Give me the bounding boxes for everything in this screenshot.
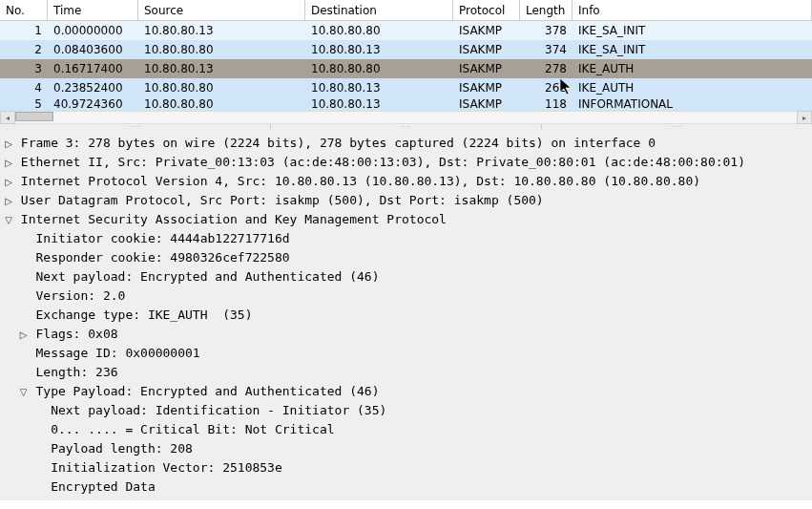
cell-dest: 10.80.80.80 bbox=[305, 60, 453, 77]
detail-text: 0... .... = Critical Bit: Not Critical bbox=[43, 422, 334, 436]
detail-text: Ethernet II, Src: Private_00:13:03 (ac:d… bbox=[13, 155, 745, 169]
cell-no: 1 bbox=[0, 22, 48, 39]
packet-details-pane: ▷ Frame 3: 278 bytes on wire (2224 bits)… bbox=[0, 130, 812, 500]
detail-udp[interactable]: ▷ User Datagram Protocol, Src Port: isak… bbox=[0, 191, 812, 210]
twisty-none bbox=[19, 364, 29, 382]
col-header-no[interactable]: No. bbox=[0, 0, 48, 20]
detail-text: Responder cookie: 4980326cef722580 bbox=[29, 250, 290, 265]
cell-no: 2 bbox=[0, 41, 48, 58]
detail-text: User Datagram Protocol, Src Port: isakmp… bbox=[13, 193, 544, 207]
cell-proto: ISAKMP bbox=[453, 41, 520, 58]
detail-critical-bit: 0... .... = Critical Bit: Not Critical bbox=[0, 420, 812, 439]
packet-list-pane: No. Time Source Destination Protocol Len… bbox=[0, 0, 812, 111]
twisty-none bbox=[33, 440, 43, 458]
detail-flags[interactable]: ▷ Flags: 0x08 bbox=[0, 325, 812, 344]
cell-time: 40.9724360 bbox=[48, 95, 138, 113]
cell-source: 10.80.80.80 bbox=[138, 41, 305, 58]
twisty-none bbox=[19, 345, 29, 363]
detail-text: Internet Protocol Version 4, Src: 10.80.… bbox=[13, 174, 700, 188]
col-header-source[interactable]: Source bbox=[138, 0, 305, 20]
cell-info: IKE_AUTH bbox=[573, 79, 812, 96]
twisty-none bbox=[19, 268, 29, 286]
detail-message-id: Message ID: 0x00000001 bbox=[0, 344, 812, 363]
cell-proto: ISAKMP bbox=[453, 60, 520, 77]
detail-encrypted-data: Encrypted Data bbox=[0, 477, 812, 497]
detail-exchange-type: Exchange type: IKE_AUTH (35) bbox=[0, 306, 812, 325]
packet-list-rows: 10.0000000010.80.80.1310.80.80.80ISAKMP3… bbox=[0, 21, 812, 111]
cell-dest: 10.80.80.13 bbox=[305, 41, 453, 58]
cell-info: IKE_SA_INIT bbox=[573, 41, 812, 58]
packet-row[interactable]: 540.972436010.80.80.8010.80.80.13ISAKMP1… bbox=[0, 97, 812, 111]
twisty-expanded-icon[interactable]: ▽ bbox=[19, 383, 29, 401]
detail-ipv4[interactable]: ▷ Internet Protocol Version 4, Src: 10.8… bbox=[0, 172, 812, 191]
cell-info: INFORMATIONAL bbox=[573, 95, 812, 113]
cell-proto: ISAKMP bbox=[453, 95, 520, 113]
cell-dest: 10.80.80.13 bbox=[305, 95, 453, 113]
packet-row[interactable]: 30.1671740010.80.80.1310.80.80.80ISAKMP2… bbox=[0, 59, 812, 78]
detail-text: Exchange type: IKE_AUTH (35) bbox=[29, 308, 253, 322]
scroll-left-button[interactable]: ◂ bbox=[0, 111, 15, 124]
cell-proto: ISAKMP bbox=[453, 22, 520, 39]
packet-row[interactable]: 20.0840360010.80.80.8010.80.80.13ISAKMP3… bbox=[0, 40, 812, 59]
cell-info: IKE_AUTH bbox=[573, 60, 812, 77]
cell-info: IKE_SA_INIT bbox=[573, 22, 812, 39]
col-header-protocol[interactable]: Protocol bbox=[453, 0, 520, 20]
detail-next-payload-2: Next payload: Identification - Initiator… bbox=[0, 401, 812, 420]
detail-version: Version: 2.0 bbox=[0, 286, 812, 306]
scroll-track[interactable] bbox=[15, 112, 797, 123]
twisty-none bbox=[19, 307, 29, 325]
detail-text: Version: 2.0 bbox=[29, 288, 126, 303]
detail-init-vector: Initialization Vector: 2510853e bbox=[0, 458, 812, 477]
cell-len: 262 bbox=[520, 79, 573, 96]
detail-text: Flags: 0x08 bbox=[29, 327, 118, 341]
detail-text: Initialization Vector: 2510853e bbox=[43, 460, 281, 475]
cell-source: 10.80.80.13 bbox=[138, 60, 305, 77]
detail-isakmp[interactable]: ▽ Internet Security Association and Key … bbox=[0, 210, 812, 229]
detail-text: Next payload: Encrypted and Authenticate… bbox=[29, 269, 380, 284]
scroll-right-button[interactable]: ▸ bbox=[797, 111, 812, 124]
twisty-none bbox=[19, 230, 29, 248]
col-header-info[interactable]: Info bbox=[573, 0, 812, 20]
cell-time: 0.00000000 bbox=[48, 22, 138, 39]
packet-row[interactable]: 40.2385240010.80.80.8010.80.80.13ISAKMP2… bbox=[0, 78, 812, 97]
cell-len: 278 bbox=[520, 60, 573, 77]
cell-time: 0.08403600 bbox=[48, 41, 138, 58]
detail-frame[interactable]: ▷ Frame 3: 278 bytes on wire (2224 bits)… bbox=[0, 134, 812, 153]
detail-text: Next payload: Identification - Initiator… bbox=[43, 403, 386, 417]
detail-next-payload: Next payload: Encrypted and Authenticate… bbox=[0, 267, 812, 286]
cell-len: 118 bbox=[520, 95, 573, 113]
twisty-expanded-icon[interactable]: ▽ bbox=[4, 211, 13, 229]
cell-source: 10.80.80.80 bbox=[138, 79, 305, 96]
packet-list-headers[interactable]: No. Time Source Destination Protocol Len… bbox=[0, 0, 812, 21]
detail-type-payload[interactable]: ▽ Type Payload: Encrypted and Authentica… bbox=[0, 382, 812, 401]
pane-splitter[interactable]: ···· ···· ···· bbox=[0, 124, 812, 130]
twisty-collapsed-icon[interactable]: ▷ bbox=[4, 154, 13, 172]
detail-text: Initiator cookie: 4444ab122717716d bbox=[29, 231, 290, 245]
cell-source: 10.80.80.13 bbox=[138, 22, 305, 39]
col-header-destination[interactable]: Destination bbox=[305, 0, 453, 20]
cell-len: 374 bbox=[520, 41, 573, 58]
cell-time: 0.16717400 bbox=[48, 60, 138, 77]
col-header-time[interactable]: Time bbox=[48, 0, 138, 20]
cell-len: 378 bbox=[520, 22, 573, 39]
cell-no: 4 bbox=[0, 79, 48, 96]
detail-text: Encrypted Data bbox=[43, 479, 155, 494]
cell-source: 10.80.80.80 bbox=[138, 95, 305, 113]
detail-length: Length: 236 bbox=[0, 363, 812, 382]
twisty-collapsed-icon[interactable]: ▷ bbox=[4, 135, 13, 153]
twisty-collapsed-icon[interactable]: ▷ bbox=[4, 173, 13, 191]
detail-text: Length: 236 bbox=[29, 365, 118, 379]
detail-text: Type Payload: Encrypted and Authenticate… bbox=[29, 384, 380, 398]
scroll-thumb[interactable] bbox=[15, 112, 53, 121]
twisty-none bbox=[33, 478, 43, 497]
twisty-none bbox=[33, 421, 43, 439]
horizontal-scrollbar[interactable]: ◂ ▸ bbox=[0, 111, 812, 124]
col-header-length[interactable]: Length bbox=[520, 0, 573, 20]
twisty-collapsed-icon[interactable]: ▷ bbox=[19, 326, 29, 344]
packet-row[interactable]: 10.0000000010.80.80.1310.80.80.80ISAKMP3… bbox=[0, 21, 812, 40]
cell-dest: 10.80.80.80 bbox=[305, 22, 453, 39]
cell-proto: ISAKMP bbox=[453, 79, 520, 96]
detail-ethernet[interactable]: ▷ Ethernet II, Src: Private_00:13:03 (ac… bbox=[0, 153, 812, 172]
detail-text: Message ID: 0x00000001 bbox=[29, 346, 200, 360]
twisty-collapsed-icon[interactable]: ▷ bbox=[4, 192, 13, 210]
